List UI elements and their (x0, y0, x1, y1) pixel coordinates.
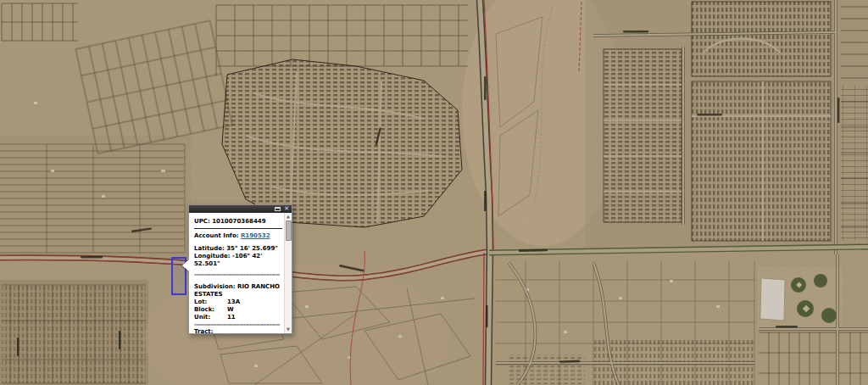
lot-label: Lot: (194, 299, 227, 306)
subdivision-line: Subdivision: RIO RANCHO ESTATES (194, 283, 282, 299)
close-icon[interactable]: ✕ (284, 206, 289, 212)
map-canvas[interactable] (0, 0, 868, 385)
lot-value: 13A (227, 299, 240, 306)
upc-line: UPC: 1010070368449 (194, 218, 282, 226)
account-label: Account Info: (194, 232, 241, 239)
account-link[interactable]: R190532 (241, 232, 270, 239)
popup-callout-tail (182, 259, 189, 271)
lot-row: Lot: 13A (194, 299, 282, 306)
parcel-info-popup: ✕ UPC: 1010070368449 Account Info: R1905… (188, 204, 292, 334)
maximize-icon[interactable] (275, 207, 281, 211)
block-label: Block: (194, 306, 227, 314)
tract-label: Tract: (194, 328, 282, 333)
scroll-down-icon[interactable]: ▼ (285, 326, 292, 332)
unit-value: 11 (227, 314, 236, 321)
longitude-line: Longitude: -106° 42' 52.501" (194, 253, 282, 268)
block-value: W (227, 306, 234, 314)
popup-body: UPC: 1010070368449 Account Info: R190532… (189, 213, 292, 333)
divider-rule (194, 228, 282, 229)
scrollbar-thumb[interactable] (286, 220, 292, 241)
dashed-separator: ----------------------------------------… (194, 271, 282, 278)
grain-overlay (0, 0, 868, 385)
block-row: Block: W (194, 306, 282, 314)
unit-row: Unit: 11 (194, 314, 282, 321)
popup-content: UPC: 1010070368449 Account Info: R190532… (189, 213, 285, 333)
latitude-line: Latitude: 35° 16' 25.699" (194, 245, 282, 253)
scroll-up-icon[interactable]: ▲ (285, 213, 292, 220)
map-viewport: ✕ UPC: 1010070368449 Account Info: R1905… (0, 0, 868, 385)
account-line: Account Info: R190532 (194, 232, 282, 240)
unit-label: Unit: (194, 314, 227, 321)
dashed-separator: ----------------------------------------… (194, 321, 282, 328)
popup-scrollbar[interactable]: ▲ ▼ (284, 213, 292, 333)
popup-titlebar[interactable]: ✕ (189, 205, 292, 213)
